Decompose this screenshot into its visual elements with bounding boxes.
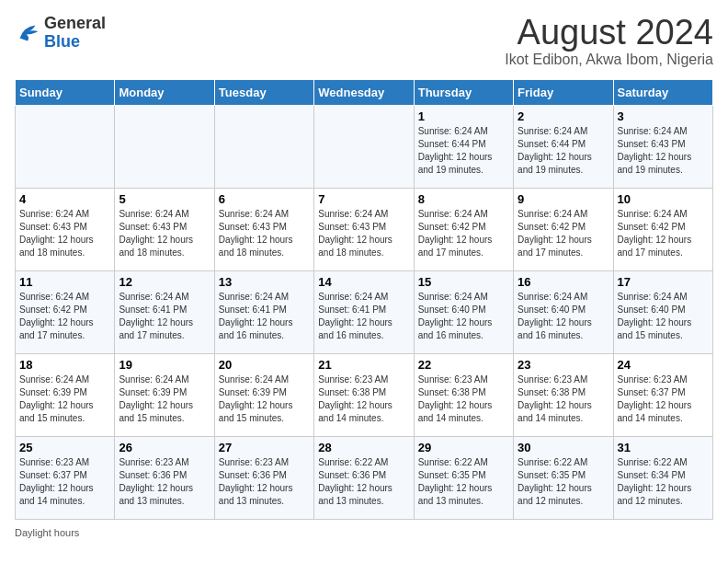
location-subtitle: Ikot Edibon, Akwa Ibom, Nigeria <box>505 52 713 68</box>
calendar-cell: 7Sunrise: 6:24 AM Sunset: 6:43 PM Daylig… <box>314 189 414 271</box>
day-number: 2 <box>518 109 609 123</box>
day-info: Sunrise: 6:22 AM Sunset: 6:36 PM Dayligh… <box>318 456 409 508</box>
day-info: Sunrise: 6:23 AM Sunset: 6:37 PM Dayligh… <box>618 373 709 425</box>
day-info: Sunrise: 6:24 AM Sunset: 6:39 PM Dayligh… <box>119 373 210 425</box>
calendar-cell: 12Sunrise: 6:24 AM Sunset: 6:41 PM Dayli… <box>115 271 214 354</box>
day-info: Sunrise: 6:23 AM Sunset: 6:38 PM Dayligh… <box>418 373 509 425</box>
day-number: 20 <box>219 358 310 372</box>
calendar-cell: 11Sunrise: 6:24 AM Sunset: 6:42 PM Dayli… <box>16 271 115 354</box>
calendar-cell: 6Sunrise: 6:24 AM Sunset: 6:43 PM Daylig… <box>214 189 313 271</box>
logo-bird-icon <box>15 20 40 46</box>
day-info: Sunrise: 6:24 AM Sunset: 6:42 PM Dayligh… <box>618 208 709 259</box>
day-number: 8 <box>418 192 509 206</box>
day-number: 29 <box>418 441 509 454</box>
calendar-cell: 26Sunrise: 6:23 AM Sunset: 6:36 PM Dayli… <box>115 437 214 520</box>
day-number: 31 <box>618 441 709 454</box>
logo-general-text: General <box>44 14 106 32</box>
day-info: Sunrise: 6:24 AM Sunset: 6:40 PM Dayligh… <box>518 291 609 342</box>
day-info: Sunrise: 6:22 AM Sunset: 6:34 PM Dayligh… <box>618 456 709 508</box>
day-info: Sunrise: 6:24 AM Sunset: 6:41 PM Dayligh… <box>119 291 210 342</box>
calendar-week-2: 4Sunrise: 6:24 AM Sunset: 6:43 PM Daylig… <box>16 189 713 271</box>
calendar-cell: 10Sunrise: 6:24 AM Sunset: 6:42 PM Dayli… <box>613 189 712 271</box>
day-number: 10 <box>618 192 709 206</box>
header-row: Sunday Monday Tuesday Wednesday Thursday… <box>16 80 713 106</box>
day-number: 24 <box>618 358 709 372</box>
day-info: Sunrise: 6:24 AM Sunset: 6:44 PM Dayligh… <box>518 125 609 177</box>
calendar-body: 1Sunrise: 6:24 AM Sunset: 6:44 PM Daylig… <box>16 106 713 520</box>
day-info: Sunrise: 6:24 AM Sunset: 6:44 PM Dayligh… <box>418 125 509 177</box>
month-year-title: August 2024 <box>505 15 713 50</box>
calendar-cell <box>115 106 214 189</box>
calendar-cell: 30Sunrise: 6:22 AM Sunset: 6:35 PM Dayli… <box>514 437 613 520</box>
day-info: Sunrise: 6:23 AM Sunset: 6:38 PM Dayligh… <box>518 373 609 425</box>
day-number: 6 <box>219 192 310 206</box>
day-number: 23 <box>518 358 609 372</box>
day-number: 9 <box>518 192 609 206</box>
calendar-cell: 9Sunrise: 6:24 AM Sunset: 6:42 PM Daylig… <box>514 189 613 271</box>
calendar-cell: 27Sunrise: 6:23 AM Sunset: 6:36 PM Dayli… <box>214 437 313 520</box>
day-number: 27 <box>219 441 310 454</box>
calendar-cell: 20Sunrise: 6:24 AM Sunset: 6:39 PM Dayli… <box>214 354 313 437</box>
day-number: 19 <box>119 358 210 372</box>
day-number: 26 <box>119 441 210 454</box>
day-number: 18 <box>19 358 110 372</box>
day-number: 5 <box>119 192 210 206</box>
day-number: 14 <box>318 275 409 289</box>
day-number: 22 <box>418 358 509 372</box>
col-friday: Friday <box>514 80 613 106</box>
col-wednesday: Wednesday <box>314 80 414 106</box>
day-number: 30 <box>518 441 609 454</box>
day-number: 3 <box>618 109 709 123</box>
calendar-week-4: 18Sunrise: 6:24 AM Sunset: 6:39 PM Dayli… <box>16 354 713 437</box>
calendar-cell: 23Sunrise: 6:23 AM Sunset: 6:38 PM Dayli… <box>514 354 613 437</box>
calendar-cell: 19Sunrise: 6:24 AM Sunset: 6:39 PM Dayli… <box>115 354 214 437</box>
calendar-cell: 13Sunrise: 6:24 AM Sunset: 6:41 PM Dayli… <box>214 271 313 354</box>
day-info: Sunrise: 6:24 AM Sunset: 6:43 PM Dayligh… <box>19 208 110 259</box>
footer: Daylight hours <box>15 527 713 538</box>
calendar-header: Sunday Monday Tuesday Wednesday Thursday… <box>16 80 713 106</box>
col-tuesday: Tuesday <box>214 80 313 106</box>
daylight-label: Daylight hours <box>15 527 79 538</box>
day-info: Sunrise: 6:24 AM Sunset: 6:41 PM Dayligh… <box>318 291 409 342</box>
calendar-cell: 4Sunrise: 6:24 AM Sunset: 6:43 PM Daylig… <box>16 189 115 271</box>
col-monday: Monday <box>115 80 214 106</box>
col-saturday: Saturday <box>613 80 712 106</box>
calendar-cell <box>314 106 414 189</box>
day-info: Sunrise: 6:24 AM Sunset: 6:39 PM Dayligh… <box>219 373 310 425</box>
calendar-cell: 24Sunrise: 6:23 AM Sunset: 6:37 PM Dayli… <box>613 354 712 437</box>
calendar-cell: 21Sunrise: 6:23 AM Sunset: 6:38 PM Dayli… <box>314 354 414 437</box>
calendar-week-3: 11Sunrise: 6:24 AM Sunset: 6:42 PM Dayli… <box>16 271 713 354</box>
day-info: Sunrise: 6:24 AM Sunset: 6:40 PM Dayligh… <box>418 291 509 342</box>
calendar-cell: 1Sunrise: 6:24 AM Sunset: 6:44 PM Daylig… <box>414 106 513 189</box>
calendar-cell: 25Sunrise: 6:23 AM Sunset: 6:37 PM Dayli… <box>16 437 115 520</box>
calendar-cell: 3Sunrise: 6:24 AM Sunset: 6:43 PM Daylig… <box>613 106 712 189</box>
calendar-cell <box>16 106 115 189</box>
day-number: 13 <box>219 275 310 289</box>
day-info: Sunrise: 6:23 AM Sunset: 6:36 PM Dayligh… <box>119 456 210 508</box>
day-number: 28 <box>318 441 409 454</box>
calendar-cell: 2Sunrise: 6:24 AM Sunset: 6:44 PM Daylig… <box>514 106 613 189</box>
calendar-week-1: 1Sunrise: 6:24 AM Sunset: 6:44 PM Daylig… <box>16 106 713 189</box>
calendar-cell: 5Sunrise: 6:24 AM Sunset: 6:43 PM Daylig… <box>115 189 214 271</box>
calendar-cell: 28Sunrise: 6:22 AM Sunset: 6:36 PM Dayli… <box>314 437 414 520</box>
day-number: 4 <box>19 192 110 206</box>
calendar-cell: 31Sunrise: 6:22 AM Sunset: 6:34 PM Dayli… <box>613 437 712 520</box>
calendar-cell: 8Sunrise: 6:24 AM Sunset: 6:42 PM Daylig… <box>414 189 513 271</box>
logo: General Blue <box>15 15 106 52</box>
day-number: 25 <box>19 441 110 454</box>
day-number: 16 <box>518 275 609 289</box>
day-info: Sunrise: 6:24 AM Sunset: 6:43 PM Dayligh… <box>318 208 409 259</box>
page-header: General Blue August 2024 Ikot Edibon, Ak… <box>15 15 713 68</box>
col-thursday: Thursday <box>414 80 513 106</box>
calendar-table: Sunday Monday Tuesday Wednesday Thursday… <box>15 79 713 520</box>
day-info: Sunrise: 6:24 AM Sunset: 6:39 PM Dayligh… <box>19 373 110 425</box>
calendar-cell: 15Sunrise: 6:24 AM Sunset: 6:40 PM Dayli… <box>414 271 513 354</box>
day-number: 7 <box>318 192 409 206</box>
calendar-cell: 16Sunrise: 6:24 AM Sunset: 6:40 PM Dayli… <box>514 271 613 354</box>
col-sunday: Sunday <box>16 80 115 106</box>
day-info: Sunrise: 6:24 AM Sunset: 6:42 PM Dayligh… <box>418 208 509 259</box>
day-info: Sunrise: 6:24 AM Sunset: 6:43 PM Dayligh… <box>618 125 709 177</box>
calendar-cell: 18Sunrise: 6:24 AM Sunset: 6:39 PM Dayli… <box>16 354 115 437</box>
day-info: Sunrise: 6:24 AM Sunset: 6:43 PM Dayligh… <box>219 208 310 259</box>
day-number: 11 <box>19 275 110 289</box>
